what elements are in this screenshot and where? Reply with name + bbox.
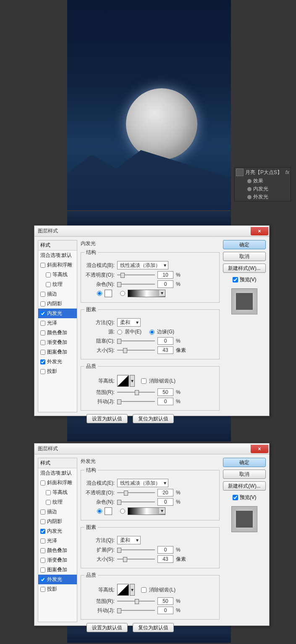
noise-input[interactable]: 0 — [157, 280, 173, 288]
checkbox[interactable] — [40, 263, 45, 268]
set-default-button[interactable]: 设置为默认值 — [86, 414, 128, 423]
close-button[interactable]: × — [251, 227, 268, 235]
jitter-input[interactable]: 0 — [157, 398, 173, 405]
contour-picker[interactable] — [117, 584, 129, 596]
style-blend-options[interactable]: 混合选项:默认 — [38, 468, 77, 478]
checkbox[interactable] — [40, 311, 45, 316]
ok-button[interactable]: 确定 — [223, 240, 266, 249]
style-contour[interactable]: 等高线 — [38, 488, 77, 497]
preview-checkbox-row[interactable]: 预览(V) — [233, 276, 257, 283]
jitter-slider[interactable] — [117, 607, 155, 613]
color-radio[interactable] — [97, 509, 102, 514]
size-input[interactable]: 43 — [157, 555, 173, 563]
checkbox[interactable] — [40, 330, 45, 335]
size-slider[interactable] — [117, 556, 155, 562]
style-color-overlay[interactable]: 颜色叠加 — [38, 546, 77, 555]
reset-default-button[interactable]: 复位为默认值 — [133, 414, 174, 423]
set-default-button[interactable]: 设置为默认值 — [86, 623, 128, 632]
style-gradient-overlay[interactable]: 渐变叠加 — [38, 338, 77, 347]
slider-thumb[interactable] — [120, 273, 125, 278]
eye-icon[interactable] — [247, 195, 251, 199]
checkbox[interactable] — [40, 577, 45, 582]
size-input[interactable]: 43 — [157, 346, 173, 354]
checkbox[interactable] — [40, 369, 45, 374]
checkbox[interactable] — [40, 529, 45, 534]
style-inner-shadow[interactable]: 内阴影 — [38, 299, 77, 309]
style-contour[interactable]: 等高线 — [38, 270, 77, 280]
contour-picker[interactable] — [117, 375, 129, 387]
style-drop-shadow[interactable]: 投影 — [38, 584, 77, 594]
fx-icon[interactable]: fx — [286, 169, 289, 175]
style-outer-glow[interactable]: 外发光 — [38, 575, 77, 584]
style-blend-options[interactable]: 混合选项:默认 — [38, 251, 77, 260]
effects-row[interactable]: 效果 — [235, 177, 291, 185]
checkbox[interactable] — [40, 321, 45, 326]
slider-thumb[interactable] — [123, 348, 127, 353]
preview-checkbox[interactable] — [233, 495, 238, 500]
choke-slider[interactable] — [117, 338, 155, 344]
eye-icon[interactable] — [247, 179, 251, 183]
style-color-overlay[interactable]: 颜色叠加 — [38, 328, 77, 338]
antialias-checkbox[interactable] — [141, 378, 147, 384]
style-outer-glow[interactable]: 外发光 — [38, 357, 77, 367]
gradient-picker[interactable] — [128, 507, 165, 515]
range-slider[interactable] — [117, 389, 155, 395]
outer-glow-fx[interactable]: 外发光 — [235, 193, 291, 201]
contour-dropdown[interactable]: ▾ — [130, 584, 135, 596]
jitter-input[interactable]: 0 — [157, 607, 173, 614]
checkbox[interactable] — [40, 548, 45, 553]
blend-mode-select[interactable]: 线性减淡（添加） — [117, 479, 168, 487]
gradient-radio[interactable] — [120, 291, 125, 296]
range-input[interactable]: 50 — [157, 388, 173, 396]
checkbox[interactable] — [46, 282, 51, 287]
noise-slider[interactable] — [117, 281, 155, 287]
checkbox[interactable] — [40, 480, 45, 486]
checkbox[interactable] — [40, 519, 45, 524]
style-stroke[interactable]: 描边 — [38, 507, 77, 517]
style-satin[interactable]: 光泽 — [38, 318, 77, 328]
style-pattern-overlay[interactable]: 图案叠加 — [38, 565, 77, 575]
style-inner-glow[interactable]: 内发光 — [38, 309, 77, 318]
style-texture[interactable]: 纹理 — [38, 497, 77, 507]
checkbox[interactable] — [40, 301, 45, 306]
checkbox[interactable] — [40, 538, 45, 544]
titlebar[interactable]: 图层样式 × — [34, 226, 269, 237]
jitter-slider[interactable] — [117, 399, 155, 404]
slider-thumb[interactable] — [135, 390, 139, 395]
reset-default-button[interactable]: 复位为默认值 — [133, 623, 174, 632]
blend-mode-select[interactable]: 线性减淡（添加） — [117, 261, 168, 269]
titlebar[interactable]: 图层样式 × — [34, 443, 269, 454]
checkbox[interactable] — [40, 558, 45, 563]
style-texture[interactable]: 纹理 — [38, 280, 77, 289]
slider-thumb[interactable] — [117, 339, 121, 344]
source-edge-radio[interactable] — [149, 330, 155, 335]
style-stroke[interactable]: 描边 — [38, 289, 77, 299]
cancel-button[interactable]: 取消 — [223, 252, 266, 261]
style-pattern-overlay[interactable]: 图案叠加 — [38, 347, 77, 357]
preview-checkbox[interactable] — [233, 277, 238, 282]
technique-select[interactable]: 柔和 — [117, 536, 141, 544]
opacity-slider[interactable] — [117, 272, 155, 278]
slider-thumb[interactable] — [117, 608, 121, 613]
gradient-radio[interactable] — [120, 509, 125, 514]
checkbox[interactable] — [40, 509, 45, 515]
preview-checkbox-row[interactable]: 预览(V) — [233, 494, 257, 501]
slider-thumb[interactable] — [117, 500, 121, 505]
range-slider[interactable] — [117, 598, 155, 604]
checkbox[interactable] — [40, 567, 45, 573]
gradient-picker[interactable] — [128, 290, 165, 297]
checkbox[interactable] — [40, 587, 45, 592]
size-slider[interactable] — [117, 347, 155, 353]
style-bevel[interactable]: 斜面和浮雕 — [38, 260, 77, 270]
slider-thumb[interactable] — [117, 282, 121, 287]
checkbox[interactable] — [40, 350, 45, 355]
checkbox[interactable] — [40, 359, 45, 364]
style-bevel[interactable]: 斜面和浮雕 — [38, 478, 77, 488]
opacity-input[interactable]: 20 — [157, 489, 173, 496]
source-center-radio[interactable] — [117, 330, 122, 335]
contour-dropdown[interactable]: ▾ — [130, 375, 135, 387]
antialias-checkbox[interactable] — [141, 587, 147, 593]
style-inner-shadow[interactable]: 内阴影 — [38, 517, 77, 526]
style-satin[interactable]: 光泽 — [38, 536, 77, 546]
opacity-slider[interactable] — [117, 490, 155, 496]
